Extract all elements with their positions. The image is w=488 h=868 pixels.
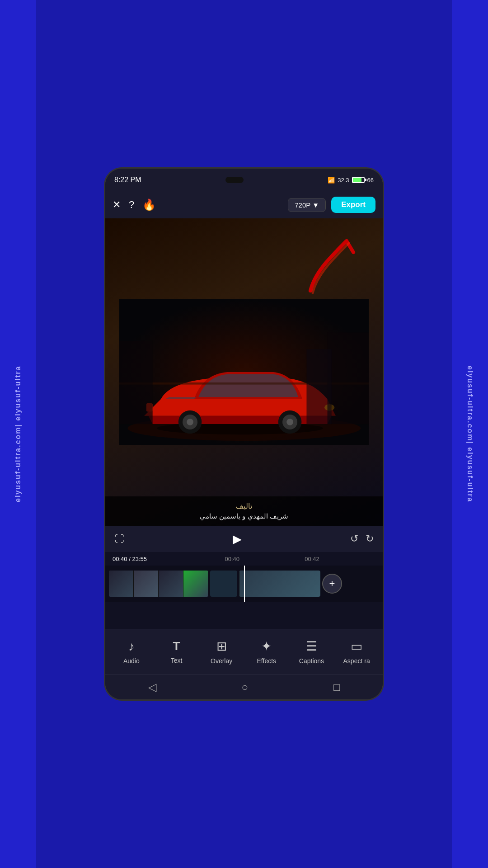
overlay-icon: ⊞ <box>216 639 227 654</box>
subtitle-area: تاليف شريف المهدي و ياسمين سامي <box>105 496 383 526</box>
timeline-ruler: 00:40 / 23:55 00:40 00:42 <box>105 552 383 566</box>
frame-5 <box>239 571 239 597</box>
battery-icon <box>352 177 365 183</box>
wifi-icon: 📶 <box>328 177 335 184</box>
play-button[interactable]: ▶ <box>233 532 242 546</box>
frame-4 <box>183 571 208 597</box>
audio-label: Audio <box>123 657 140 665</box>
clip1-frames <box>109 571 208 597</box>
tool-audio[interactable]: ♪ Audio <box>113 639 150 665</box>
home-button[interactable]: ○ <box>242 681 249 693</box>
current-time: 00:40 <box>113 556 127 562</box>
battery-fill <box>353 178 361 182</box>
tool-captions[interactable]: ☰ Captions <box>293 639 329 665</box>
watermark-left: elyusuf-ultra.com| elyusuf-ultra <box>0 0 36 868</box>
video-background: تاليف شريف المهدي و ياسمين سامي <box>105 218 383 526</box>
resolution-label: 720P <box>295 201 310 209</box>
video-clip-3[interactable] <box>239 571 320 597</box>
aspect-icon: ▭ <box>351 639 362 654</box>
text-icon: T <box>173 639 180 653</box>
svg-rect-13 <box>327 333 369 425</box>
effects-icon: ✦ <box>261 639 272 654</box>
camera-notch <box>225 177 244 183</box>
frame-1 <box>109 571 134 597</box>
undo-button[interactable]: ↺ <box>350 533 358 545</box>
svg-rect-14 <box>306 349 331 424</box>
editor-toolbar: ✕ ? 🔥 720P ▼ Export <box>105 191 383 218</box>
add-clip-button[interactable]: + <box>322 574 342 594</box>
resolution-button[interactable]: 720P ▼ <box>288 198 326 212</box>
recents-button[interactable]: □ <box>333 681 340 693</box>
undo-redo-group: ↺ ↻ <box>350 533 374 545</box>
frame-2 <box>134 571 159 597</box>
back-button[interactable]: ◁ <box>148 681 156 693</box>
fullscreen-button[interactable]: ⛶ <box>114 533 124 545</box>
phone-frame: 8:22 PM 📶 32.3 66 ✕ ? 🔥 720P ▼ Export <box>104 167 384 701</box>
status-icons: 📶 32.3 66 <box>328 177 374 184</box>
battery-percent: 66 <box>367 177 374 184</box>
total-time: 23:55 <box>132 556 147 562</box>
toolbar-right: 720P ▼ Export <box>288 197 375 213</box>
flame-icon[interactable]: 🔥 <box>142 198 156 211</box>
status-bar: 8:22 PM 📶 32.3 66 <box>105 169 383 191</box>
current-time-display: 00:40 / 23:55 <box>113 556 147 562</box>
timeline-below <box>105 602 383 629</box>
svg-point-8 <box>286 419 293 425</box>
help-icon[interactable]: ? <box>129 199 134 211</box>
frame-3 <box>159 571 183 597</box>
svg-point-5 <box>187 419 193 425</box>
subtitle-line1: تاليف <box>109 502 379 510</box>
captions-icon: ☰ <box>306 639 317 654</box>
close-icon[interactable]: ✕ <box>113 199 121 211</box>
toolbar-left: ✕ ? 🔥 <box>113 198 156 211</box>
effects-label: Effects <box>257 657 277 665</box>
bottom-toolbar: ♪ Audio T Text ⊞ Overlay ✦ Effects ☰ Cap… <box>105 629 383 674</box>
captions-label: Captions <box>299 657 324 665</box>
time-marker-2: 00:42 <box>249 556 375 562</box>
playback-controls: ⛶ ▶ ↺ ↻ <box>105 526 383 552</box>
redo-button[interactable]: ↻ <box>366 533 374 545</box>
watermark-right: elyusuf-ultra.com| elyusuf-ultra <box>452 0 488 868</box>
red-arrow-annotation <box>301 227 374 300</box>
text-label: Text <box>171 657 183 664</box>
clip3-frames <box>239 571 239 597</box>
data-rate: 32.3 <box>338 177 349 184</box>
audio-icon: ♪ <box>128 639 135 654</box>
video-clip-1[interactable] <box>109 571 208 597</box>
aspect-label: Aspect ra <box>343 657 370 665</box>
playhead <box>244 566 245 602</box>
tool-text[interactable]: T Text <box>158 639 194 664</box>
resolution-arrow-icon: ▼ <box>312 201 319 209</box>
tool-aspect[interactable]: ▭ Aspect ra <box>338 639 375 665</box>
timeline-strip: + <box>105 566 383 602</box>
export-button[interactable]: Export <box>331 197 375 213</box>
status-time: 8:22 PM <box>114 176 141 184</box>
tool-effects[interactable]: ✦ Effects <box>249 639 285 665</box>
subtitle-line2: شريف المهدي و ياسمين سامي <box>109 512 379 520</box>
navigation-bar: ◁ ○ □ <box>105 674 383 699</box>
video-clip-2[interactable] <box>210 571 237 597</box>
overlay-label: Overlay <box>211 657 232 665</box>
tool-overlay[interactable]: ⊞ Overlay <box>203 639 239 665</box>
editor-area: ⛶ ▶ ↺ ↻ 00:40 / 23:55 00:40 00:42 <box>105 526 383 629</box>
svg-rect-12 <box>119 341 153 424</box>
video-preview: تاليف شريف المهدي و ياسمين سامي <box>105 218 383 526</box>
